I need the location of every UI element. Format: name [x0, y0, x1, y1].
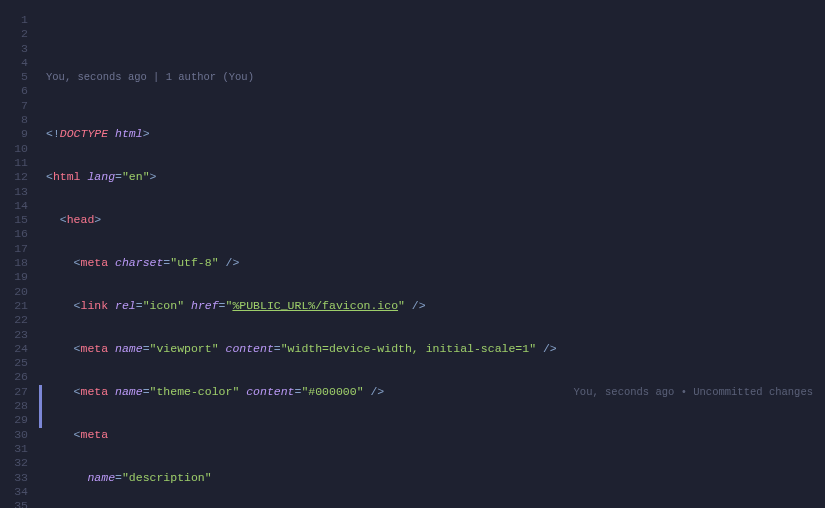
line-number: 30 [0, 428, 38, 442]
line-number: 26 [0, 370, 38, 384]
line-number: 5 [0, 70, 38, 84]
line-number: 28 [0, 399, 38, 413]
line-number: 10 [0, 142, 38, 156]
code-line[interactable]: name="description" [38, 471, 825, 485]
line-number: 12 [0, 170, 38, 184]
code-line[interactable]: <meta name="viewport" content="width=dev… [38, 342, 825, 356]
line-number: 13 [0, 185, 38, 199]
line-number: 3 [0, 42, 38, 56]
line-number: 23 [0, 328, 38, 342]
code-line[interactable]: <html lang="en"> [38, 170, 825, 184]
line-number: 25 [0, 356, 38, 370]
line-number: 6 [0, 84, 38, 98]
line-number: 24 [0, 342, 38, 356]
line-number: 8 [0, 113, 38, 127]
line-number: 35 [0, 499, 38, 508]
code-line[interactable]: <link rel="icon" href="%PUBLIC_URL%/favi… [38, 299, 825, 313]
line-number: 21 [0, 299, 38, 313]
line-number: 11 [0, 156, 38, 170]
code-area[interactable]: You, seconds ago • Uncommitted changes Y… [38, 0, 825, 508]
line-number: 22 [0, 313, 38, 327]
line-number: 20 [0, 285, 38, 299]
line-number: 4 [0, 56, 38, 70]
code-line[interactable]: <meta name="theme-color" content="#00000… [38, 385, 825, 399]
line-number: 34 [0, 485, 38, 499]
code-line[interactable]: <!DOCTYPE html> [38, 127, 825, 141]
code-line[interactable]: <meta [38, 428, 825, 442]
line-number: 27 [0, 385, 38, 399]
line-number: 7 [0, 99, 38, 113]
line-number: 33 [0, 471, 38, 485]
line-number: 1 [0, 13, 38, 27]
editor-pane[interactable]: 1 2 3 4 5 6 7 8 9 10 11 12 13 14 15 16 1… [0, 0, 825, 508]
line-number: 31 [0, 442, 38, 456]
line-number: 16 [0, 227, 38, 241]
line-number: 9 [0, 127, 38, 141]
line-number: 29 [0, 413, 38, 427]
code-lens[interactable]: You, seconds ago | 1 author (You) [38, 71, 825, 84]
line-number: 17 [0, 242, 38, 256]
line-number: 19 [0, 270, 38, 284]
line-number: 2 [0, 27, 38, 41]
code-line[interactable]: <head> [38, 213, 825, 227]
line-number: 18 [0, 256, 38, 270]
line-number: 15 [0, 213, 38, 227]
line-number: 14 [0, 199, 38, 213]
line-number: 32 [0, 456, 38, 470]
code-line[interactable]: <meta charset="utf-8" /> [38, 256, 825, 270]
line-number-gutter: 1 2 3 4 5 6 7 8 9 10 11 12 13 14 15 16 1… [0, 0, 38, 508]
